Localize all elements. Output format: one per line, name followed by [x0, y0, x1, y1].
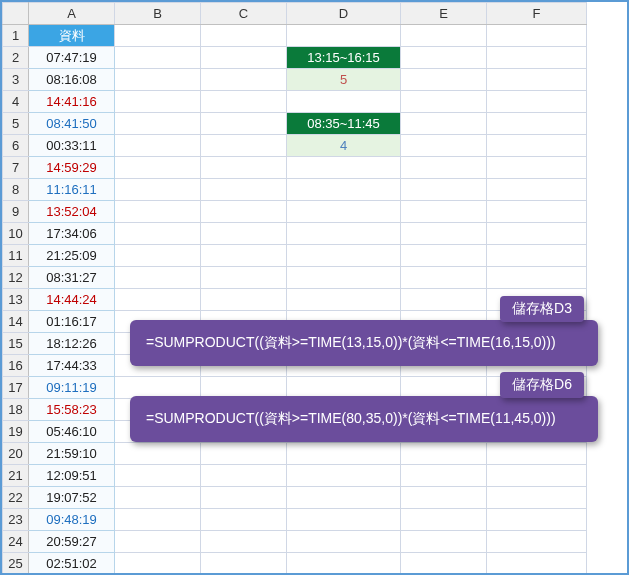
- header-cell[interactable]: 資料: [29, 25, 115, 47]
- cell[interactable]: [287, 223, 401, 245]
- cell[interactable]: [115, 91, 201, 113]
- cell[interactable]: [201, 487, 287, 509]
- cell[interactable]: [201, 509, 287, 531]
- row-header[interactable]: 16: [3, 355, 29, 377]
- cell[interactable]: [201, 69, 287, 91]
- cell[interactable]: [115, 553, 201, 575]
- cell[interactable]: [487, 157, 587, 179]
- cell[interactable]: [401, 289, 487, 311]
- row-header[interactable]: 23: [3, 509, 29, 531]
- cell[interactable]: [287, 465, 401, 487]
- col-header-C[interactable]: C: [201, 3, 287, 25]
- cell[interactable]: [487, 245, 587, 267]
- cell[interactable]: [115, 289, 201, 311]
- col-header-A[interactable]: A: [29, 3, 115, 25]
- cell[interactable]: [115, 179, 201, 201]
- cell[interactable]: [201, 531, 287, 553]
- row-header[interactable]: 25: [3, 553, 29, 575]
- cell[interactable]: 15:58:23: [29, 399, 115, 421]
- cell[interactable]: [487, 531, 587, 553]
- cell[interactable]: [201, 201, 287, 223]
- cell[interactable]: [115, 245, 201, 267]
- cell[interactable]: [201, 91, 287, 113]
- cell[interactable]: [201, 553, 287, 575]
- col-header-E[interactable]: E: [401, 3, 487, 25]
- cell[interactable]: 21:59:10: [29, 443, 115, 465]
- cell[interactable]: [115, 509, 201, 531]
- cell[interactable]: [115, 157, 201, 179]
- cell[interactable]: 14:59:29: [29, 157, 115, 179]
- cell[interactable]: [487, 91, 587, 113]
- cell[interactable]: [401, 113, 487, 135]
- cell[interactable]: [115, 47, 201, 69]
- result-cell[interactable]: 5: [287, 69, 401, 91]
- cell[interactable]: [115, 443, 201, 465]
- cell[interactable]: 07:47:19: [29, 47, 115, 69]
- cell[interactable]: 02:51:02: [29, 553, 115, 575]
- row-header[interactable]: 24: [3, 531, 29, 553]
- cell[interactable]: [487, 487, 587, 509]
- cell[interactable]: [287, 487, 401, 509]
- cell[interactable]: [201, 25, 287, 47]
- row-header[interactable]: 4: [3, 91, 29, 113]
- cell[interactable]: [487, 135, 587, 157]
- cell[interactable]: 08:16:08: [29, 69, 115, 91]
- cell[interactable]: [401, 91, 487, 113]
- cell[interactable]: 14:41:16: [29, 91, 115, 113]
- cell[interactable]: [487, 223, 587, 245]
- cell[interactable]: [287, 553, 401, 575]
- cell[interactable]: [401, 157, 487, 179]
- cell[interactable]: [487, 443, 587, 465]
- row-header[interactable]: 11: [3, 245, 29, 267]
- row-header[interactable]: 10: [3, 223, 29, 245]
- cell[interactable]: [401, 135, 487, 157]
- cell[interactable]: [287, 245, 401, 267]
- row-header[interactable]: 17: [3, 377, 29, 399]
- row-header[interactable]: 9: [3, 201, 29, 223]
- cell[interactable]: 18:12:26: [29, 333, 115, 355]
- cell[interactable]: [287, 91, 401, 113]
- cell[interactable]: 00:33:11: [29, 135, 115, 157]
- cell[interactable]: [487, 25, 587, 47]
- row-header[interactable]: 20: [3, 443, 29, 465]
- row-header[interactable]: 3: [3, 69, 29, 91]
- cell[interactable]: [201, 443, 287, 465]
- cell[interactable]: [115, 465, 201, 487]
- row-header[interactable]: 1: [3, 25, 29, 47]
- cell[interactable]: [201, 267, 287, 289]
- cell[interactable]: [201, 245, 287, 267]
- cell[interactable]: [287, 509, 401, 531]
- cell[interactable]: [201, 113, 287, 135]
- cell[interactable]: [115, 223, 201, 245]
- cell[interactable]: 14:44:24: [29, 289, 115, 311]
- cell[interactable]: [287, 531, 401, 553]
- cell[interactable]: [487, 201, 587, 223]
- cell[interactable]: [401, 25, 487, 47]
- cell[interactable]: [401, 47, 487, 69]
- col-header-B[interactable]: B: [115, 3, 201, 25]
- row-header[interactable]: 2: [3, 47, 29, 69]
- cell[interactable]: 17:44:33: [29, 355, 115, 377]
- cell[interactable]: [401, 487, 487, 509]
- cell[interactable]: [487, 113, 587, 135]
- corner-cell[interactable]: [3, 3, 29, 25]
- cell[interactable]: 08:41:50: [29, 113, 115, 135]
- cell[interactable]: [115, 267, 201, 289]
- row-header[interactable]: 14: [3, 311, 29, 333]
- row-header[interactable]: 5: [3, 113, 29, 135]
- cell[interactable]: 13:52:04: [29, 201, 115, 223]
- cell[interactable]: [487, 69, 587, 91]
- cell[interactable]: 19:07:52: [29, 487, 115, 509]
- cell[interactable]: [287, 443, 401, 465]
- cell[interactable]: [201, 157, 287, 179]
- row-header[interactable]: 22: [3, 487, 29, 509]
- cell[interactable]: [287, 157, 401, 179]
- cell[interactable]: [401, 267, 487, 289]
- cell[interactable]: 12:09:51: [29, 465, 115, 487]
- cell[interactable]: [287, 201, 401, 223]
- cell[interactable]: [201, 47, 287, 69]
- cell[interactable]: [287, 289, 401, 311]
- cell[interactable]: [115, 201, 201, 223]
- cell[interactable]: [201, 465, 287, 487]
- cell[interactable]: [401, 509, 487, 531]
